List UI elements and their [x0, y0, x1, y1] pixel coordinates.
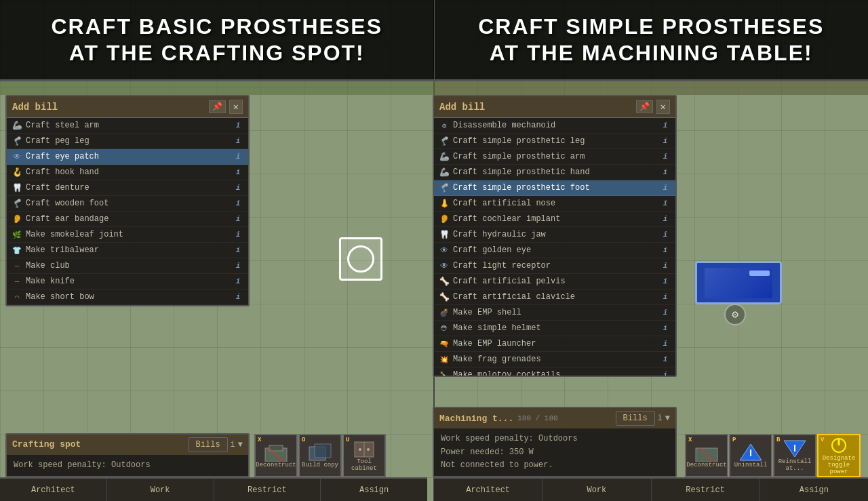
- right-bills-tab[interactable]: Bills: [616, 411, 655, 426]
- right-pin-button[interactable]: 📌: [636, 100, 653, 113]
- bill-label-craft-eye-patch: Craft eye patch: [26, 152, 99, 161]
- bill-info-make-smokeleaf-joint[interactable]: i: [233, 231, 243, 239]
- left-pin-button[interactable]: 📌: [209, 100, 226, 113]
- toolbar-btn-architect-left[interactable]: Architect: [0, 479, 107, 501]
- bill-info-craft-wooden-foot[interactable]: i: [233, 199, 243, 207]
- bill-item-craft-simple-prosthetic-foot[interactable]: 🦿 Craft simple prosthetic foot i: [434, 180, 675, 196]
- machining-table-highlight: [749, 270, 770, 276]
- bill-info-craft-simple-prosthetic-foot[interactable]: i: [660, 184, 670, 192]
- machining-stat3: Not connected to power.: [441, 459, 669, 472]
- left-panel-header: Add bill 📌 ✕: [7, 96, 248, 118]
- bill-info-craft-cochlear-implant[interactable]: i: [660, 215, 670, 223]
- bill-icon-craft-artificial-pelvis: 🦴: [439, 277, 449, 286]
- bill-info-craft-hook-hand[interactable]: i: [233, 168, 243, 176]
- bill-icon-disassemble-mechanoid: ⚙: [439, 121, 449, 130]
- bill-info-craft-steel-arm[interactable]: i: [233, 121, 243, 129]
- tool-reinstall[interactable]: B Reinstall at...: [773, 434, 816, 477]
- bill-info-craft-simple-prosthetic-arm[interactable]: i: [660, 153, 670, 161]
- bill-item-make-short-bow[interactable]: ⌒ Make short bow i: [7, 289, 248, 305]
- bill-info-make-frag-grenades[interactable]: i: [660, 355, 670, 363]
- toolbar-btn-architect-right[interactable]: Architect: [434, 479, 542, 501]
- bill-item-make-smokeleaf-joint[interactable]: 🌿 Make smokeleaf joint i: [7, 227, 248, 243]
- bill-info-craft-simple-prosthetic-leg[interactable]: i: [660, 137, 670, 145]
- bill-label-craft-light-receptor: Craft light receptor: [453, 261, 551, 270]
- bill-info-craft-eye-patch[interactable]: i: [233, 153, 243, 161]
- bill-label-craft-simple-prosthetic-leg: Craft simple prosthetic leg: [453, 136, 585, 146]
- bill-info-disassemble-mechanoid[interactable]: i: [660, 121, 670, 129]
- bill-info-craft-golden-eye[interactable]: i: [660, 246, 670, 254]
- tool-cabinet-icon: [352, 439, 376, 458]
- tool-deconstruct-right[interactable]: X Deconstruct: [685, 434, 728, 477]
- tool-uninstall[interactable]: P Uninstall: [729, 434, 772, 477]
- bill-item-craft-cochlear-implant[interactable]: 👂 Craft cochlear implant i: [434, 212, 675, 227]
- right-dropdown-btn[interactable]: ▼: [665, 414, 670, 423]
- bill-item-craft-ear-bandage[interactable]: 👂 Craft ear bandage i: [7, 212, 248, 227]
- bill-icon-make-frag-grenades: 💥: [439, 355, 449, 364]
- bill-info-craft-denture[interactable]: i: [233, 184, 243, 192]
- bill-icon-craft-eye-patch: 👁: [12, 152, 22, 161]
- bill-info-make-emp-shell[interactable]: i: [660, 308, 670, 317]
- bill-info-craft-peg-leg[interactable]: i: [233, 137, 243, 145]
- toolbar-btn-restrict-right[interactable]: Restrict: [652, 479, 760, 501]
- left-dropdown-btn[interactable]: ▼: [238, 440, 243, 449]
- machining-table-object[interactable]: [695, 261, 782, 304]
- left-close-button[interactable]: ✕: [229, 100, 243, 114]
- bill-item-make-emp-shell[interactable]: 💣 Make EMP shell i: [434, 305, 675, 321]
- bill-item-craft-artificial-nose[interactable]: 👃 Craft artificial nose i: [434, 196, 675, 212]
- bill-item-make-knife[interactable]: — Make knife i: [7, 274, 248, 289]
- bill-info-craft-light-receptor[interactable]: i: [660, 262, 670, 270]
- crafting-spot-title: Crafting spot: [12, 439, 81, 449]
- bill-item-craft-light-receptor[interactable]: 👁 Craft light receptor i: [434, 258, 675, 274]
- bill-info-make-knife[interactable]: i: [233, 277, 243, 285]
- bill-info-craft-ear-bandage[interactable]: i: [233, 215, 243, 223]
- bottom-right-header: Machining t... 180 / 180 Bills i ▼: [434, 408, 675, 428]
- bill-item-craft-simple-prosthetic-leg[interactable]: 🦿 Craft simple prosthetic leg i: [434, 134, 675, 149]
- right-close-button[interactable]: ✕: [656, 100, 670, 114]
- tool-build-copy-left[interactable]: O Build copy: [298, 434, 342, 477]
- bill-item-make-simple-helmet[interactable]: ⛑ Make simple helmet i: [434, 321, 675, 336]
- bill-info-craft-hydraulic-jaw[interactable]: i: [660, 231, 670, 239]
- bill-item-disassemble-mechanoid[interactable]: ⚙ Disassemble mechanoid i: [434, 118, 675, 134]
- tool-deconstruct-left[interactable]: X Deconstruct: [254, 434, 298, 477]
- bill-item-craft-golden-eye[interactable]: 👁 Craft golden eye i: [434, 243, 675, 258]
- bill-info-craft-artificial-pelvis[interactable]: i: [660, 277, 670, 285]
- bill-item-make-frag-grenades[interactable]: 💥 Make frag grenades i: [434, 352, 675, 367]
- bill-item-craft-steel-arm[interactable]: 🦾 Craft steel arm i: [7, 118, 248, 134]
- bill-info-craft-artificial-clavicle[interactable]: i: [660, 293, 670, 301]
- bill-item-make-emp-launcher[interactable]: 🔫 Make EMP launcher i: [434, 336, 675, 352]
- bill-info-make-tribalwear[interactable]: i: [233, 246, 243, 254]
- bill-info-make-molotov-cocktails[interactable]: i: [660, 371, 670, 376]
- bill-item-make-molotov-cocktails[interactable]: 🍾 Make molotov cocktails i: [434, 367, 675, 376]
- tool-tool-cabinet-left[interactable]: U Tool cabinet: [342, 434, 386, 477]
- left-bills-tab[interactable]: Bills: [189, 437, 228, 452]
- crafting-spot-object[interactable]: [339, 237, 382, 281]
- toolbar-btn-work-left[interactable]: Work: [107, 479, 214, 501]
- bill-item-craft-artificial-clavicle[interactable]: 🦴 Craft artificial clavicle i: [434, 289, 675, 305]
- bill-info-make-short-bow[interactable]: i: [233, 293, 243, 301]
- bill-item-craft-peg-leg[interactable]: 🦿 Craft peg leg i: [7, 134, 248, 149]
- bill-info-craft-artificial-nose[interactable]: i: [660, 199, 670, 207]
- svg-point-8: [367, 448, 370, 451]
- bill-item-craft-denture[interactable]: 🦷 Craft denture i: [7, 180, 248, 196]
- bill-item-craft-wooden-foot[interactable]: 🦿 Craft wooden foot i: [7, 196, 248, 212]
- bill-item-craft-hook-hand[interactable]: 🪝 Craft hook hand i: [7, 165, 248, 180]
- bill-item-craft-eye-patch[interactable]: 👁 Craft eye patch i: [7, 149, 248, 165]
- toolbar-btn-restrict-left[interactable]: Restrict: [214, 479, 321, 501]
- toolbar-btn-assign-left[interactable]: Assign: [321, 479, 427, 501]
- bill-item-craft-simple-prosthetic-hand[interactable]: 🦾 Craft simple prosthetic hand i: [434, 165, 675, 180]
- bill-info-make-emp-launcher[interactable]: i: [660, 340, 670, 348]
- bill-item-craft-hydraulic-jaw[interactable]: 🦷 Craft hydraulic jaw i: [434, 227, 675, 243]
- bill-info-make-simple-helmet[interactable]: i: [660, 324, 670, 332]
- toolbar-btn-assign-right[interactable]: Assign: [760, 479, 868, 501]
- right-info-btn[interactable]: i: [658, 414, 663, 423]
- tool-designate-toggle-power[interactable]: V Designate toggle power: [817, 434, 861, 477]
- bill-item-make-club[interactable]: — Make club i: [7, 258, 248, 274]
- bill-info-make-club[interactable]: i: [233, 262, 243, 270]
- bill-item-make-tribalwear[interactable]: 👕 Make tribalwear i: [7, 243, 248, 258]
- toolbar-btn-work-right[interactable]: Work: [542, 479, 651, 501]
- bill-info-craft-simple-prosthetic-hand[interactable]: i: [660, 168, 670, 176]
- bill-item-craft-simple-prosthetic-arm[interactable]: 🦾 Craft simple prosthetic arm i: [434, 149, 675, 165]
- left-info-btn[interactable]: i: [231, 440, 235, 449]
- machining-stat1: Work speed penalty: Outdoors: [441, 433, 669, 445]
- bill-item-craft-artificial-pelvis[interactable]: 🦴 Craft artificial pelvis i: [434, 274, 675, 289]
